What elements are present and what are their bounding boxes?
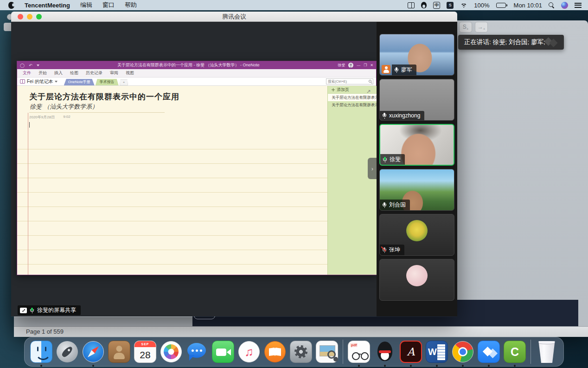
title-underline <box>29 112 165 113</box>
page-list-item: 关于层论方法在有限群表示中的应 <box>328 101 377 109</box>
participant-tile-zhangkun[interactable]: 张坤 <box>379 214 454 256</box>
onenote-user-avatar <box>348 63 353 68</box>
annotate-arrow-button[interactable]: →+ <box>475 22 488 32</box>
dock-qq-icon[interactable] <box>373 340 397 364</box>
dock-tencent-meeting-icon[interactable] <box>477 340 501 364</box>
dock-separator <box>343 340 343 364</box>
menu-clock[interactable]: Mon 10:01 <box>514 2 542 9</box>
onenote-window: ◯ ↶ 关于层论方法在有限群表示中的一个应用 - 徐斐 （汕头大学数学） - O… <box>17 61 377 275</box>
notification-center-icon[interactable] <box>575 3 582 8</box>
dock-launchpad-icon[interactable] <box>55 340 79 364</box>
dock-calendar-icon[interactable]: SEP28 <box>133 340 157 364</box>
qq-status-icon[interactable] <box>421 2 427 8</box>
onenote-search-input <box>326 79 369 84</box>
dock-facetime-icon[interactable] <box>211 340 235 364</box>
section-tab-academic-report: 学术报告 <box>96 79 119 85</box>
screen-recording-icon[interactable] <box>408 2 415 8</box>
dock-messages-icon[interactable] <box>185 340 209 364</box>
wifi-icon[interactable] <box>460 2 467 8</box>
avatar <box>406 220 428 241</box>
menu-bar: TencentMeeting 编辑 窗口 帮助 中 S 100% Mon 10:… <box>0 0 588 10</box>
avatar <box>406 265 428 286</box>
mic-icon <box>382 113 387 119</box>
touch-mode-icon: ◯ <box>20 63 25 68</box>
meeting-window-title: 腾讯会议 <box>222 13 246 21</box>
add-section-tab: + <box>120 79 128 85</box>
onenote-restore-icon: ❐ <box>364 63 367 67</box>
chevron-right-icon: › <box>371 165 373 172</box>
onenote-titlebar: ◯ ↶ 关于层论方法在有限群表示中的一个应用 - 徐斐 （汕头大学数学） - O… <box>17 61 376 69</box>
apple-menu-icon[interactable] <box>8 2 14 9</box>
qat-dropdown-icon <box>37 65 39 66</box>
notebook-icon <box>20 79 25 84</box>
zoom-window-button[interactable] <box>36 14 42 19</box>
note-date: 2020年9月28日 <box>29 115 55 120</box>
dock-acrobat-icon[interactable]: A <box>399 340 423 364</box>
menu-app-name[interactable]: TencentMeeting <box>25 2 70 9</box>
text-cursor <box>29 122 30 128</box>
input-method-icon[interactable]: 中 <box>433 2 440 9</box>
participant-tile-unnamed[interactable] <box>379 259 454 301</box>
menu-edit[interactable]: 编辑 <box>80 1 92 9</box>
participants-panel: 廖军 xuxingzhong 徐斐 刘合国 <box>377 22 457 316</box>
spotlight-icon[interactable] <box>549 2 555 8</box>
dock-books-icon[interactable] <box>263 340 287 364</box>
close-window-button[interactable] <box>18 14 23 19</box>
dock-pdf-expert-icon[interactable]: pdf <box>347 340 371 364</box>
panel-collapse-handle[interactable]: › <box>368 158 377 179</box>
mic-icon <box>394 67 399 73</box>
search-icon <box>369 80 372 83</box>
ribbon-tab-review: 审阅 <box>106 69 122 77</box>
ribbon-tab-draw: 绘图 <box>66 69 82 77</box>
mic-icon <box>382 202 387 208</box>
ribbon-tab-file: 文件 <box>19 69 35 77</box>
share-banner-label: 徐斐的屏幕共享 <box>37 306 76 314</box>
participant-tile-xuxingzhong[interactable]: xuxingzhong <box>379 79 454 121</box>
section-tab-onenote-manual: OneNote手册 <box>64 79 95 85</box>
participant-tile-liaojun[interactable]: 廖军 <box>379 34 454 76</box>
tencent-meeting-watermark-icon <box>544 38 560 47</box>
screen-share-icon <box>20 308 27 313</box>
margin-line <box>28 113 28 275</box>
dock-trash-icon[interactable] <box>535 340 559 364</box>
participant-name: 张坤 <box>389 246 400 254</box>
onenote-close-icon: ✕ <box>370 63 373 67</box>
host-badge-icon <box>382 65 390 74</box>
dock-safari-icon[interactable] <box>81 340 105 364</box>
notebook-dropdown-icon <box>55 81 58 83</box>
screen-share-banner: 徐斐的屏幕共享 <box>18 305 81 315</box>
participant-name: 徐斐 <box>390 155 401 163</box>
participant-tile-liuheguo[interactable]: 刘合国 <box>379 169 454 211</box>
page-counter: Page 1 of 559 <box>14 326 588 337</box>
minimize-window-button[interactable] <box>27 14 32 19</box>
speaking-now-tooltip: 正在讲话: 徐斐; 刘合国; 廖军; <box>458 35 564 50</box>
dock-contacts-icon[interactable] <box>107 340 131 364</box>
dock-preview-icon[interactable] <box>315 340 339 364</box>
menu-help[interactable]: 帮助 <box>125 1 137 9</box>
undo-icon: ↶ <box>29 63 32 68</box>
onenote-ribbon-tabs: 文件 开始 插入 绘图 历史记录 审阅 视图 <box>17 69 376 77</box>
participant-tile-xufei[interactable]: 徐斐 <box>379 124 454 166</box>
siri-icon[interactable] <box>561 2 568 9</box>
dock-chrome-icon[interactable] <box>451 340 475 364</box>
sogou-icon[interactable]: S <box>447 2 454 9</box>
ribbon-tab-insert: 插入 <box>51 69 66 77</box>
mic-muted-icon <box>382 247 387 253</box>
annotate-signature-button[interactable]: S+ <box>459 22 472 32</box>
dock-camtasia-icon[interactable]: C <box>503 340 527 364</box>
meeting-titlebar[interactable]: 腾讯会议 <box>11 12 457 22</box>
dock-photos-icon[interactable] <box>159 340 183 364</box>
dock-music-icon[interactable]: ♫ <box>237 340 261 364</box>
menu-window[interactable]: 窗口 <box>102 1 115 9</box>
participant-name: 刘合国 <box>389 201 406 209</box>
dock-word-icon[interactable]: W <box>425 340 449 364</box>
notebook-name: Fei 的笔记本 <box>27 78 53 85</box>
mic-icon <box>30 307 34 313</box>
dock-finder-icon[interactable] <box>29 340 53 364</box>
page-list-item: 关于层论方法在有限群表示中的一 <box>328 94 377 101</box>
battery-icon[interactable] <box>496 3 507 8</box>
tencent-meeting-window: 腾讯会议 ◯ ↶ 关于层论方法在有限群表示中的一个应用 - 徐斐 （汕头大学数学… <box>11 12 457 317</box>
shared-screen-video: ◯ ↶ 关于层论方法在有限群表示中的一个应用 - 徐斐 （汕头大学数学） - O… <box>11 22 377 316</box>
dock-system-preferences-icon[interactable] <box>289 340 313 364</box>
note-title: 关于层论方法在有限群表示中的一个应用 <box>29 91 179 102</box>
